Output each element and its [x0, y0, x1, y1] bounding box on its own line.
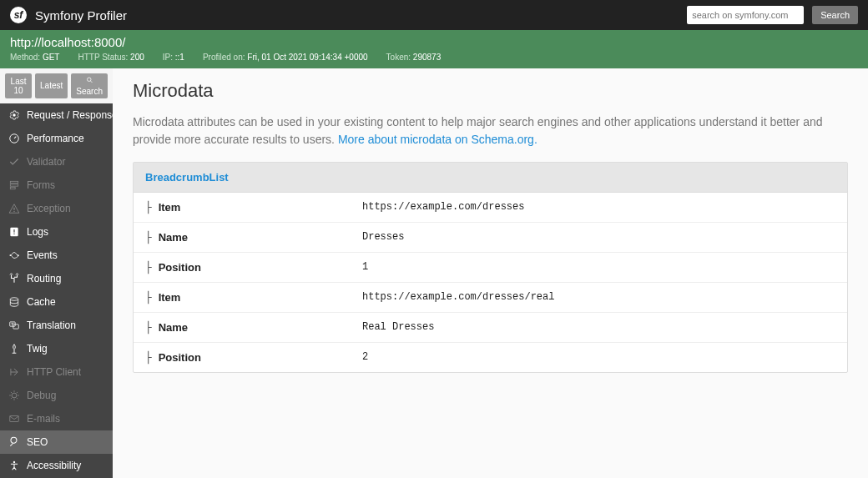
sidebar-minibuttons: Last 10 Latest Search	[0, 68, 113, 103]
latest-button[interactable]: Latest	[35, 73, 68, 98]
svg-point-0	[87, 78, 91, 82]
sidebar-item-label: Events	[27, 249, 58, 261]
table-row: NameReal Dresses	[134, 313, 847, 343]
row-key: Name	[145, 321, 362, 334]
svg-rect-3	[10, 181, 18, 183]
table-row: Itemhttps://example.com/dresses/real	[134, 283, 847, 313]
svg-rect-10	[13, 233, 14, 234]
main-content: Microdata Microdata attributes can be us…	[113, 68, 868, 478]
gear-icon	[8, 109, 20, 121]
row-value: https://example.com/dresses	[362, 201, 835, 214]
sidebar-item-forms[interactable]: Forms	[0, 174, 113, 197]
sidebar-item-label: Forms	[27, 179, 55, 191]
sidebar-item-accessibility[interactable]: Accessibility	[0, 454, 113, 477]
lead-paragraph: Microdata attributes can be used in your…	[133, 113, 848, 148]
sidebar-item-request-response[interactable]: Request / Response	[0, 103, 113, 127]
sidebar-item-performance[interactable]: Performance	[0, 127, 113, 150]
svg-rect-17	[10, 415, 19, 421]
sidebar-nav: Request / ResponsePerformanceValidatorFo…	[0, 103, 113, 479]
sidebar-item-events[interactable]: Events	[0, 244, 113, 267]
request-meta: Method: GET HTTP Status: 200 IP: ::1 Pro…	[10, 53, 858, 62]
forms-icon	[8, 179, 20, 191]
svg-rect-7	[13, 210, 14, 211]
symfony-logo: sf	[10, 7, 27, 23]
sidebar-item-translation[interactable]: Translation	[0, 314, 113, 337]
person-icon	[8, 460, 20, 471]
panel-title: BreadcrumbList	[134, 163, 847, 193]
bug-icon	[8, 390, 20, 401]
sidebar-item-label: Logs	[27, 226, 48, 238]
routing-icon	[8, 273, 20, 284]
sidebar-item-label: Debug	[27, 390, 56, 401]
search-button[interactable]: Search	[812, 6, 858, 24]
svg-rect-9	[13, 229, 14, 233]
sidebar-item-label: SEO	[27, 436, 48, 448]
database-icon	[8, 296, 20, 308]
exclaim-icon	[8, 226, 20, 238]
svg-point-13	[10, 297, 18, 300]
row-key: Name	[145, 231, 362, 244]
svg-point-12	[18, 254, 19, 256]
page-title: Microdata	[133, 80, 848, 102]
arrows-icon	[8, 366, 20, 378]
sidebar-item-validator[interactable]: Validator	[0, 150, 113, 174]
sidebar-item-label: Validator	[27, 156, 65, 168]
sidebar: Last 10 Latest Search Request / Response…	[0, 68, 113, 478]
sidebar-item-label: Translation	[27, 320, 76, 331]
row-value: Real Dresses	[362, 321, 835, 334]
request-summary-bar: http://localhost:8000/ Method: GET HTTP …	[0, 30, 868, 68]
sidebar-item-label: Cache	[27, 296, 56, 308]
microdata-panel: BreadcrumbList Itemhttps://example.com/d…	[133, 162, 848, 373]
table-row: Itemhttps://example.com/dresses	[134, 193, 847, 223]
svg-point-18	[13, 460, 15, 462]
app-title: Symfony Profiler	[35, 8, 127, 23]
svg-rect-6	[13, 207, 14, 209]
last10-button[interactable]: Last 10	[5, 73, 32, 98]
row-value: 1	[362, 261, 835, 274]
svg-point-16	[12, 393, 17, 398]
table-row: NameDresses	[134, 223, 847, 253]
profiled-url: http://localhost:8000/	[10, 35, 858, 49]
sidebar-item-routing[interactable]: Routing	[0, 267, 113, 290]
sidebar-item-label: HTTP Client	[27, 366, 81, 378]
row-value: https://example.com/dresses/real	[362, 291, 835, 304]
sidebar-item-cache[interactable]: Cache	[0, 290, 113, 314]
sidebar-item-label: Exception	[27, 203, 71, 214]
svg-point-1	[13, 113, 16, 117]
translate-icon	[8, 320, 20, 331]
link-icon	[8, 436, 20, 448]
wave-icon	[8, 249, 20, 261]
envelope-icon	[8, 413, 20, 425]
svg-point-11	[9, 254, 11, 256]
sidebar-item-seo[interactable]: SEO	[0, 430, 113, 454]
search-icon	[86, 76, 93, 83]
row-key: Position	[145, 261, 362, 274]
sidebar-item-logs[interactable]: Logs	[0, 220, 113, 244]
row-value: 2	[362, 351, 835, 364]
topbar: sf Symfony Profiler Search	[0, 0, 868, 30]
sidebar-item-twig[interactable]: Twig	[0, 337, 113, 360]
svg-rect-5	[10, 187, 15, 189]
schema-org-link[interactable]: More about microdata on Schema.org.	[338, 133, 537, 146]
sidebar-search-button[interactable]: Search	[71, 73, 108, 98]
row-value: Dresses	[362, 231, 835, 244]
table-row: Position2	[134, 343, 847, 372]
sidebar-item-label: Performance	[27, 133, 84, 144]
svg-rect-4	[10, 184, 18, 185]
check-icon	[8, 156, 20, 168]
warning-icon	[8, 203, 20, 214]
sidebar-item-label: E-mails	[27, 413, 60, 425]
row-key: Item	[145, 291, 362, 304]
sidebar-item-e-mails[interactable]: E-mails	[0, 407, 113, 430]
sidebar-item-exception[interactable]: Exception	[0, 197, 113, 220]
sidebar-item-label: Twig	[27, 343, 48, 355]
table-row: Position1	[134, 253, 847, 283]
leaf-icon	[8, 343, 20, 355]
gauge-icon	[8, 133, 20, 144]
sidebar-item-label: Routing	[27, 273, 61, 284]
row-key: Item	[145, 201, 362, 214]
search-input[interactable]	[687, 6, 804, 24]
row-key: Position	[145, 351, 362, 364]
sidebar-item-http-client[interactable]: HTTP Client	[0, 360, 113, 384]
sidebar-item-debug[interactable]: Debug	[0, 384, 113, 407]
